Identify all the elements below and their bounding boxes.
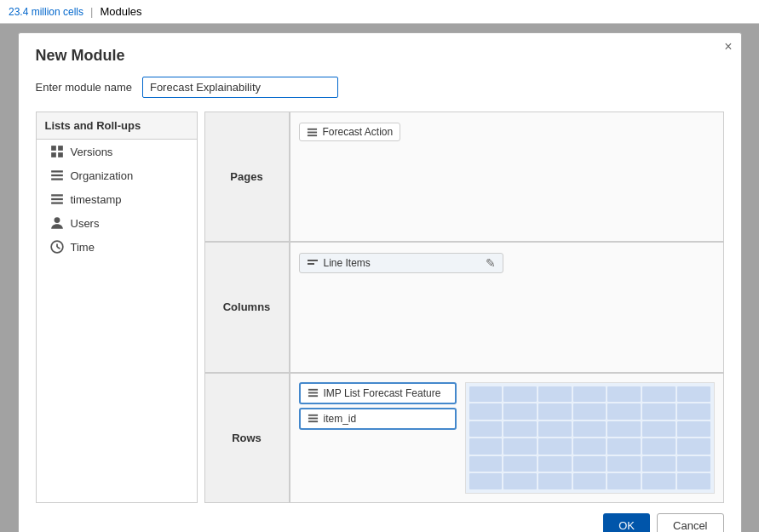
module-name-row: Enter module name xyxy=(36,77,724,98)
grid-cell xyxy=(469,438,503,455)
svg-line-13 xyxy=(57,247,60,249)
svg-rect-20 xyxy=(308,392,317,394)
grid-cell xyxy=(469,456,503,472)
svg-rect-8 xyxy=(51,198,63,200)
ok-button[interactable]: OK xyxy=(603,513,650,532)
top-bar: 23.4 million cells | Modules xyxy=(0,0,759,24)
pages-content: Forecast Action xyxy=(290,112,724,242)
text-icon-columns xyxy=(307,257,319,269)
grid-cell xyxy=(469,421,503,438)
grid-cell xyxy=(607,438,641,455)
grid-cell xyxy=(573,438,607,455)
sidebar-item-time-label: Time xyxy=(71,241,95,254)
modal-overlay: × New Module Enter module name Lists and… xyxy=(0,24,759,532)
grid-cell xyxy=(538,403,572,420)
user-icon xyxy=(50,216,64,230)
grid-cell xyxy=(503,386,537,403)
imp-list-label: IMP List Forecast Feature xyxy=(324,387,441,399)
svg-rect-4 xyxy=(51,170,63,172)
modules-label: Modules xyxy=(100,5,141,18)
grid-cell xyxy=(503,456,537,472)
sidebar-item-users[interactable]: Users xyxy=(37,211,197,235)
forecast-action-chip[interactable]: Forecast Action xyxy=(299,123,401,141)
list-icon-item xyxy=(308,413,319,424)
modal-title: New Module xyxy=(36,47,724,65)
svg-rect-2 xyxy=(51,152,56,157)
left-panel-header: Lists and Roll-ups xyxy=(37,112,197,140)
item-id-label: item_id xyxy=(324,413,357,425)
svg-rect-19 xyxy=(308,389,317,391)
grid-cell xyxy=(607,473,641,489)
modal-footer: OK Cancel xyxy=(36,513,724,532)
svg-rect-1 xyxy=(58,146,63,151)
svg-rect-17 xyxy=(308,260,318,261)
list-icon-org xyxy=(50,169,64,182)
module-name-label: Enter module name xyxy=(36,81,132,94)
svg-rect-21 xyxy=(308,395,317,397)
svg-rect-23 xyxy=(308,418,317,420)
list-icon-imp xyxy=(308,387,319,398)
grid-cell xyxy=(642,456,676,472)
clock-icon xyxy=(50,240,64,254)
svg-rect-0 xyxy=(51,146,56,151)
svg-rect-24 xyxy=(308,420,317,422)
edit-icon[interactable]: ✎ xyxy=(486,256,496,270)
grid-cell xyxy=(642,403,676,420)
grid-cell xyxy=(677,473,710,489)
grid-cell xyxy=(573,473,607,489)
line-items-chip[interactable]: Line Items ✎ xyxy=(299,253,503,273)
svg-rect-16 xyxy=(307,134,316,136)
sidebar-item-timestamp[interactable]: timestamp xyxy=(37,187,197,211)
svg-rect-7 xyxy=(51,194,63,196)
svg-rect-18 xyxy=(308,263,314,265)
grid-cell xyxy=(642,438,676,455)
close-button[interactable]: × xyxy=(724,40,732,54)
list-icon-timestamp xyxy=(50,192,64,206)
grid-cell xyxy=(642,421,676,438)
imp-list-chip[interactable]: IMP List Forecast Feature xyxy=(299,382,457,404)
grid-cell xyxy=(677,403,710,420)
sidebar-item-timestamp-label: timestamp xyxy=(71,193,122,206)
columns-row: Columns Line Items xyxy=(204,242,724,372)
cancel-button[interactable]: Cancel xyxy=(657,513,723,532)
sidebar-item-users-label: Users xyxy=(71,217,100,230)
cells-link[interactable]: 23.4 million cells xyxy=(9,6,83,18)
grid-cell xyxy=(538,456,572,472)
grid-cell xyxy=(503,421,537,438)
columns-label: Columns xyxy=(204,242,290,372)
svg-rect-14 xyxy=(307,128,316,129)
svg-point-10 xyxy=(54,217,60,223)
svg-rect-9 xyxy=(51,202,63,203)
grid-cell xyxy=(538,386,572,403)
new-module-modal: × New Module Enter module name Lists and… xyxy=(18,32,742,532)
grid-cell xyxy=(469,403,503,420)
left-panel: Lists and Roll-ups Versions xyxy=(36,112,198,503)
grid-cell xyxy=(503,438,537,455)
grid-cell xyxy=(677,438,710,455)
sidebar-item-organization[interactable]: Organization xyxy=(37,163,197,187)
svg-rect-5 xyxy=(51,174,63,176)
grid-cell xyxy=(573,421,607,438)
right-panel: Pages Forecast Action xyxy=(204,112,724,503)
svg-rect-22 xyxy=(308,415,317,416)
grid-cell xyxy=(642,473,676,489)
sidebar-item-time[interactable]: Time xyxy=(37,235,197,259)
rows-chips-area: IMP List Forecast Feature xyxy=(299,382,457,494)
grid-cell xyxy=(607,386,641,403)
separator: | xyxy=(90,5,93,18)
item-id-chip[interactable]: item_id xyxy=(299,408,457,430)
grid-cell xyxy=(677,456,710,472)
sidebar-item-versions[interactable]: Versions xyxy=(37,140,197,163)
svg-rect-3 xyxy=(58,152,63,157)
module-name-input[interactable] xyxy=(142,77,338,98)
grid-cell xyxy=(607,456,641,472)
grid-icon xyxy=(50,145,64,158)
rows-grid-preview xyxy=(465,382,715,494)
grid-cell xyxy=(607,421,641,438)
pages-label: Pages xyxy=(204,112,290,242)
builder-area: Lists and Roll-ups Versions xyxy=(36,112,724,503)
grid-cell xyxy=(677,386,710,403)
grid-cell xyxy=(538,438,572,455)
rows-row: Rows xyxy=(204,373,724,503)
line-items-label: Line Items xyxy=(324,257,371,269)
